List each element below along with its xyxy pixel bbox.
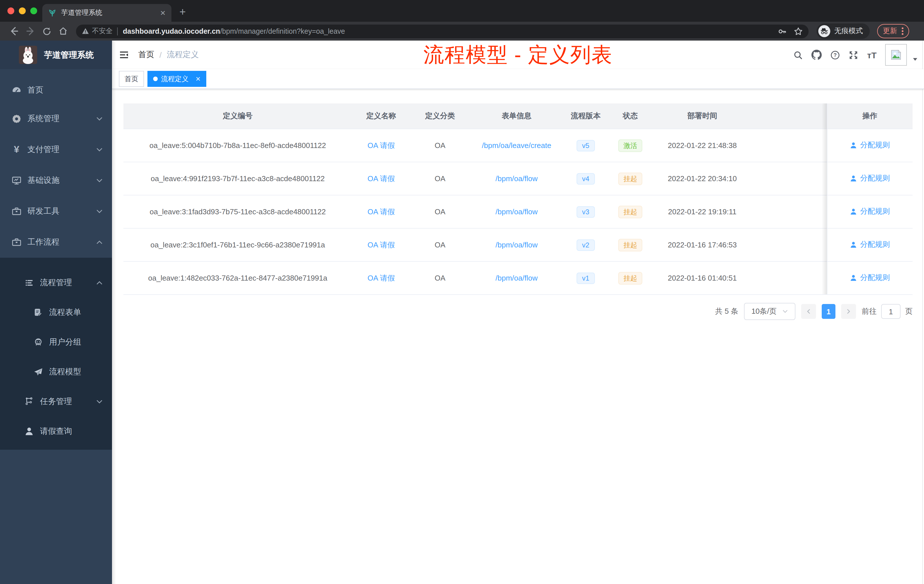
tab-title: 芋道管理系统 [61, 8, 160, 18]
tag-process-definition[interactable]: 流程定义 ✕ [147, 71, 206, 87]
sidebar-fold-icon[interactable] [119, 50, 129, 60]
col-form-info: 表单信息 [470, 104, 563, 129]
page-size-select[interactable]: 10条/页 [744, 303, 795, 320]
cell-category: OA [410, 228, 470, 261]
form-info-link[interactable]: /bpm/oa/flow [495, 274, 538, 282]
goto-label: 前往 [862, 306, 876, 317]
browser-toolbar: 不安全 dashboard.yudao.iocoder.cn/bpm/manag… [0, 22, 924, 41]
app-logo-avatar [19, 46, 37, 64]
sidebar-item-process-form[interactable]: 流程表单 [0, 298, 112, 327]
col-filler [752, 104, 827, 129]
bookmark-star-icon[interactable] [794, 26, 803, 36]
reload-button[interactable] [42, 26, 51, 36]
paper-plane-icon [33, 367, 43, 377]
zoom-window-button[interactable] [30, 7, 37, 14]
search-icon[interactable] [794, 50, 803, 60]
definition-name-link[interactable]: OA 请假 [368, 174, 394, 183]
cell-definition-id: oa_leave:2:3c1f0ef1-76b1-11ec-9c66-a2380… [124, 228, 352, 261]
col-status: 状态 [608, 104, 653, 129]
cell-category: OA [410, 261, 470, 295]
version-badge: v3 [576, 206, 595, 218]
caret-down-icon[interactable] [912, 56, 918, 62]
assign-rule-button[interactable]: 分配规则 [850, 273, 890, 283]
sidebar-item-label: 研发工具 [27, 206, 59, 216]
help-icon[interactable]: ? [831, 50, 840, 60]
definition-name-link[interactable]: OA 请假 [368, 207, 394, 216]
chevron-up-icon [96, 279, 103, 286]
url-bar[interactable]: 不安全 dashboard.yudao.iocoder.cn/bpm/manag… [76, 24, 808, 38]
cell-deploy-time: 2022-01-22 20:34:10 [653, 162, 752, 195]
security-label: 不安全 [92, 26, 112, 36]
col-operation: 操作 [827, 104, 912, 129]
user-avatar[interactable] [885, 44, 907, 66]
sidebar-item-leave-query[interactable]: 请假查询 [0, 417, 112, 446]
macos-traffic-lights[interactable] [7, 7, 37, 14]
definition-name-link[interactable]: OA 请假 [368, 274, 394, 282]
browser-menu-icon[interactable] [902, 28, 903, 35]
tag-home[interactable]: 首页 [119, 71, 144, 87]
github-icon[interactable] [812, 50, 822, 60]
forward-button[interactable] [26, 26, 35, 36]
chevron-down-icon [96, 208, 103, 215]
browser-tab[interactable]: 芋道管理系统 ✕ [42, 4, 172, 22]
back-button[interactable] [9, 26, 19, 36]
assign-rule-button[interactable]: 分配规则 [850, 140, 890, 150]
new-tab-button[interactable]: + [180, 6, 186, 18]
sidebar-item-home[interactable]: 首页 [0, 77, 112, 104]
sidebar-item-user-group[interactable]: 用户分组 [0, 327, 112, 357]
sidebar-item-label: 支付管理 [27, 145, 59, 155]
table-row: oa_leave:3:1fad3d93-7b75-11ec-a3c8-acde4… [124, 195, 912, 228]
fullscreen-icon[interactable] [849, 50, 858, 60]
incognito-icon [818, 25, 830, 37]
form-info-link[interactable]: /bpm/oa/flow [495, 174, 538, 183]
tag-close-icon[interactable]: ✕ [195, 75, 201, 82]
cell-category: OA [410, 195, 470, 228]
person-icon [24, 426, 34, 437]
assign-rule-button[interactable]: 分配规则 [850, 240, 890, 250]
sidebar-item-label: 基础设施 [27, 175, 59, 186]
url-domain: dashboard.yudao.iocoder.cn [123, 27, 220, 35]
tab-close-icon[interactable]: ✕ [160, 10, 166, 16]
form-info-link[interactable]: /bpm/oa/flow [495, 208, 538, 216]
update-label: 更新 [883, 26, 897, 36]
sidebar-item-label: 流程表单 [49, 307, 81, 318]
cell-category: OA [410, 162, 470, 195]
close-window-button[interactable] [7, 7, 14, 14]
breadcrumb-home[interactable]: 首页 [138, 50, 154, 60]
form-info-link[interactable]: /bpm/oa/flow [495, 241, 538, 249]
col-process-version: 流程版本 [563, 104, 608, 129]
key-icon[interactable] [778, 26, 787, 36]
status-badge: 挂起 [618, 205, 642, 218]
assign-rule-button[interactable]: 分配规则 [850, 206, 890, 217]
cell-definition-id: oa_leave:1:482ec033-762a-11ec-8477-a2380… [124, 261, 352, 295]
next-page-button[interactable] [841, 304, 856, 319]
home-button[interactable] [58, 26, 68, 36]
goto-page-input[interactable] [881, 304, 901, 319]
cell-category: OA [410, 129, 470, 162]
prev-page-button[interactable] [801, 304, 816, 319]
sidebar-item-pay[interactable]: ¥ 支付管理 [0, 134, 112, 165]
definition-name-link[interactable]: OA 请假 [368, 240, 394, 249]
sidebar-item-workflow[interactable]: 工作流程 [0, 227, 112, 258]
sidebar-item-process-model[interactable]: 流程模型 [0, 357, 112, 387]
sidebar-item-label: 用户分组 [49, 337, 81, 347]
definition-name-link[interactable]: OA 请假 [368, 141, 394, 149]
browser-update-button[interactable]: 更新 [877, 24, 909, 38]
version-badge: v4 [576, 173, 595, 184]
sidebar-item-devtools[interactable]: 研发工具 [0, 196, 112, 227]
minimize-window-button[interactable] [19, 7, 26, 14]
sidebar-item-process-mgmt[interactable]: 流程管理 [0, 268, 112, 298]
assign-rule-button[interactable]: 分配规则 [850, 173, 890, 184]
definition-table: 定义编号 定义名称 定义分类 表单信息 流程版本 状态 部署时间 操作 [124, 104, 912, 295]
current-page-button[interactable]: 1 [822, 304, 835, 319]
page-content: 定义编号 定义名称 定义分类 表单信息 流程版本 状态 部署时间 操作 [112, 89, 924, 320]
svg-text:?: ? [834, 52, 837, 58]
table-row: oa_leave:4:991f2193-7b7f-11ec-a3c8-acde4… [124, 162, 912, 195]
font-size-icon[interactable]: ᴛT [867, 50, 876, 60]
cell-deploy-time: 2022-01-16 01:40:51 [653, 261, 752, 295]
sidebar-item-infra[interactable]: 基础设施 [0, 165, 112, 196]
form-info-link[interactable]: /bpm/oa/leave/create [482, 141, 551, 150]
app-logo-row[interactable]: 芋道管理系统 [0, 41, 112, 69]
sidebar-item-system[interactable]: 系统管理 [0, 104, 112, 134]
sidebar-item-task-mgmt[interactable]: 任务管理 [0, 387, 112, 417]
